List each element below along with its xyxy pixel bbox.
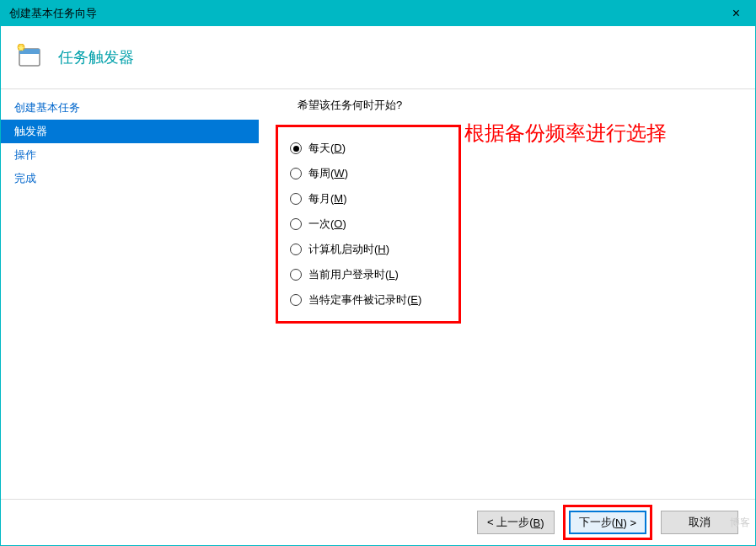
radio-weekly[interactable]: 每周(W) bbox=[287, 161, 445, 186]
radio-icon bbox=[290, 142, 302, 154]
page-title: 任务触发器 bbox=[58, 47, 134, 67]
sidebar: 创建基本任务 触发器 操作 完成 bbox=[1, 89, 259, 499]
window-title: 创建基本任务向导 bbox=[9, 6, 97, 21]
back-button[interactable]: < 上一步(B) bbox=[477, 511, 555, 534]
radio-icon bbox=[290, 269, 302, 281]
wizard-window: 创建基本任务向导 × 任务触发器 创建基本任务 触发器 操作 完成 希望该任务何… bbox=[0, 0, 756, 546]
radio-once[interactable]: 一次(O) bbox=[287, 211, 445, 237]
radio-label: 每周(W) bbox=[308, 166, 348, 181]
options-highlight-box: 每天(D) 每周(W) 每月(M) 一次(O) 计算机启动时(H) bbox=[276, 125, 461, 324]
titlebar: 创建基本任务向导 × bbox=[1, 1, 755, 26]
radio-icon bbox=[290, 168, 302, 179]
sidebar-item-action[interactable]: 操作 bbox=[1, 143, 259, 167]
wizard-header: 任务触发器 bbox=[1, 26, 755, 89]
radio-label: 每天(D) bbox=[308, 141, 346, 156]
radio-icon bbox=[290, 244, 302, 255]
radio-startup[interactable]: 计算机启动时(H) bbox=[287, 237, 445, 262]
radio-event[interactable]: 当特定事件被记录时(E) bbox=[287, 287, 445, 313]
radio-icon bbox=[290, 193, 302, 205]
radio-label: 每月(M) bbox=[308, 191, 347, 206]
annotation-text: 根据备份频率进行选择 bbox=[464, 120, 667, 147]
next-button[interactable]: 下一步(N) > bbox=[569, 511, 646, 534]
radio-logon[interactable]: 当前用户登录时(L) bbox=[287, 262, 445, 287]
sidebar-item-trigger[interactable]: 触发器 bbox=[1, 120, 259, 143]
radio-label: 当特定事件被记录时(E) bbox=[308, 292, 421, 308]
main-panel: 希望该任务何时开始? 每天(D) 每周(W) 每月(M) 一次(O) bbox=[259, 89, 755, 499]
radio-label: 一次(O) bbox=[308, 217, 346, 232]
next-highlight-box: 下一步(N) > bbox=[563, 505, 652, 540]
radio-label: 当前用户登录时(L) bbox=[308, 267, 399, 282]
radio-monthly[interactable]: 每月(M) bbox=[287, 186, 445, 211]
sidebar-item-create-task[interactable]: 创建基本任务 bbox=[1, 96, 259, 120]
close-button[interactable]: × bbox=[717, 1, 755, 26]
wizard-icon bbox=[16, 44, 43, 71]
trigger-prompt: 希望该任务何时开始? bbox=[298, 98, 738, 113]
radio-label: 计算机启动时(H) bbox=[308, 242, 389, 257]
radio-daily[interactable]: 每天(D) bbox=[287, 136, 445, 161]
close-icon: × bbox=[732, 6, 740, 21]
wizard-body: 创建基本任务 触发器 操作 完成 希望该任务何时开始? 每天(D) 每周(W) … bbox=[1, 89, 755, 499]
sidebar-item-finish[interactable]: 完成 bbox=[1, 167, 259, 190]
wizard-footer: < 上一步(B) 下一步(N) > 取消 bbox=[1, 499, 755, 545]
radio-icon bbox=[290, 294, 302, 306]
radio-icon bbox=[290, 218, 302, 230]
cancel-button[interactable]: 取消 bbox=[661, 511, 738, 534]
